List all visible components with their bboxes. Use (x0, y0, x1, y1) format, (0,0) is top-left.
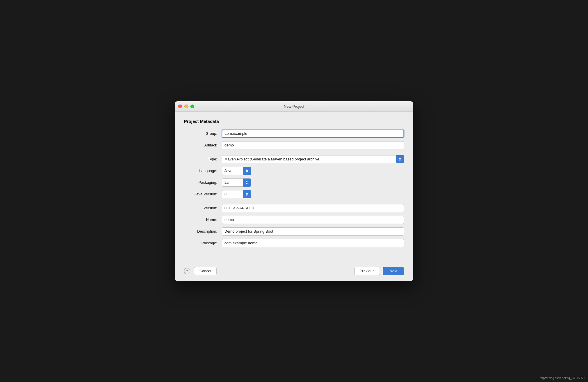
version-input[interactable] (222, 204, 404, 212)
group-label: Group: (184, 131, 222, 136)
type-label: Type: (184, 157, 222, 161)
package-row: Package: (184, 239, 404, 247)
language-select[interactable]: Java Kotlin Groovy (222, 167, 251, 175)
group-input[interactable] (222, 130, 404, 138)
previous-button[interactable]: Previous (354, 267, 380, 275)
java-version-row: Java Version: 8 11 17 (184, 190, 404, 198)
new-project-dialog: New Project Project Metadata Group: Arti… (175, 101, 413, 281)
language-row: Language: Java Kotlin Groovy (184, 167, 404, 175)
form: Group: Artifact: Type: Maven Project (Ge… (184, 130, 404, 251)
cancel-button[interactable]: Cancel (194, 267, 217, 275)
dialog-footer: ? Cancel Previous Next (175, 262, 413, 281)
packaging-select-wrapper: Jar War (222, 178, 251, 187)
next-button[interactable]: Next (383, 267, 404, 275)
section-title: Project Metadata (184, 119, 404, 124)
artifact-input[interactable] (222, 141, 404, 149)
package-label: Package: (184, 241, 222, 245)
language-label: Language: (184, 169, 222, 173)
description-input[interactable] (222, 227, 404, 236)
group-row: Group: (184, 130, 404, 138)
java-version-select-wrapper: 8 11 17 (222, 190, 251, 198)
artifact-label: Artifact: (184, 143, 222, 147)
artifact-row: Artifact: (184, 141, 404, 149)
language-select-wrapper: Java Kotlin Groovy (222, 167, 251, 175)
packaging-label: Packaging: (184, 180, 222, 185)
java-version-select[interactable]: 8 11 17 (222, 190, 251, 198)
dialog-content: Project Metadata Group: Artifact: Type: … (175, 112, 413, 257)
packaging-row: Packaging: Jar War (184, 178, 404, 187)
packaging-select[interactable]: Jar War (222, 178, 251, 187)
type-select-wrapper: Maven Project (Generate a Maven based pr… (222, 155, 404, 163)
type-row: Type: Maven Project (Generate a Maven ba… (184, 155, 404, 163)
package-input[interactable] (222, 239, 404, 247)
window-title: New Project (284, 104, 304, 109)
minimize-button[interactable] (184, 105, 188, 108)
name-row: Name: (184, 216, 404, 224)
type-select[interactable]: Maven Project (Generate a Maven based pr… (222, 155, 404, 163)
version-row: Version: (184, 204, 404, 212)
footer-left: ? Cancel (184, 267, 217, 275)
titlebar: New Project (175, 101, 413, 112)
description-label: Description: (184, 229, 222, 234)
java-version-label: Java Version: (184, 192, 222, 196)
description-row: Description: (184, 227, 404, 236)
version-label: Version: (184, 206, 222, 210)
maximize-button[interactable] (190, 105, 194, 108)
help-button[interactable]: ? (184, 268, 190, 274)
name-label: Name: (184, 217, 222, 222)
window-controls (178, 105, 194, 108)
watermark: https://blog.csdn.net/qq_34515959 (540, 376, 585, 380)
footer-right: Previous Next (354, 267, 404, 275)
close-button[interactable] (178, 105, 182, 108)
name-input[interactable] (222, 216, 404, 224)
